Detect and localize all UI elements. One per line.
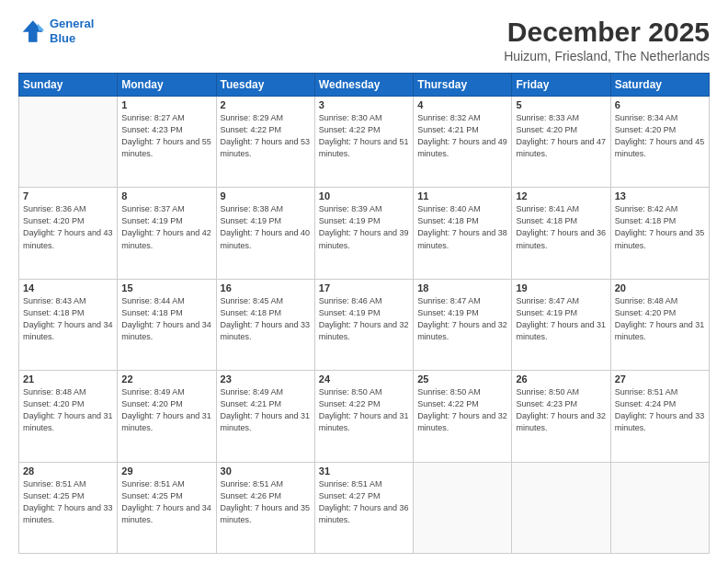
calendar-cell-w1d3: 2Sunrise: 8:29 AMSunset: 4:22 PMDaylight… [216,97,314,188]
calendar-table: Sunday Monday Tuesday Wednesday Thursday… [18,73,710,554]
day-number: 15 [121,282,211,293]
calendar-cell-w1d6: 5Sunrise: 8:33 AMSunset: 4:20 PMDaylight… [512,97,610,188]
calendar-cell-w5d4: 31Sunrise: 8:51 AMSunset: 4:27 PMDayligh… [314,462,413,553]
calendar-cell-w3d2: 15Sunrise: 8:44 AMSunset: 4:18 PMDayligh… [118,279,216,370]
cell-info: Sunrise: 8:47 AMSunset: 4:19 PMDaylight:… [417,295,507,343]
calendar-cell-w2d7: 13Sunrise: 8:42 AMSunset: 4:18 PMDayligh… [610,188,709,279]
day-number: 14 [23,282,113,293]
calendar-cell-w5d5 [414,462,512,553]
page: General Blue December 2025 Huizum, Fries… [0,0,728,563]
calendar-cell-w5d6 [512,462,610,553]
day-number: 10 [319,190,409,201]
calendar-cell-w1d1 [19,97,118,188]
calendar-cell-w4d3: 23Sunrise: 8:49 AMSunset: 4:21 PMDayligh… [216,371,314,462]
day-number: 20 [615,282,705,293]
calendar-cell-w2d3: 9Sunrise: 8:38 AMSunset: 4:19 PMDaylight… [216,188,314,279]
cell-info: Sunrise: 8:33 AMSunset: 4:20 PMDaylight:… [516,112,606,160]
svg-marker-0 [23,20,43,42]
cell-info: Sunrise: 8:29 AMSunset: 4:22 PMDaylight:… [221,112,311,160]
cell-info: Sunrise: 8:41 AMSunset: 4:18 PMDaylight:… [516,203,606,251]
calendar-header-row: Sunday Monday Tuesday Wednesday Thursday… [19,74,710,97]
calendar-cell-w5d7 [610,462,709,553]
col-wednesday: Wednesday [314,74,413,97]
cell-info: Sunrise: 8:48 AMSunset: 4:20 PMDaylight:… [23,386,113,434]
day-number: 31 [319,465,409,477]
col-thursday: Thursday [414,74,512,97]
cell-info: Sunrise: 8:51 AMSunset: 4:27 PMDaylight:… [319,478,409,526]
calendar-week-5: 28Sunrise: 8:51 AMSunset: 4:25 PMDayligh… [19,462,710,553]
calendar-cell-w2d6: 12Sunrise: 8:41 AMSunset: 4:18 PMDayligh… [512,188,610,279]
cell-info: Sunrise: 8:49 AMSunset: 4:21 PMDaylight:… [221,386,311,434]
day-number: 17 [319,282,409,293]
cell-info: Sunrise: 8:36 AMSunset: 4:20 PMDaylight:… [23,203,113,251]
day-number: 27 [615,373,705,385]
cell-info: Sunrise: 8:38 AMSunset: 4:19 PMDaylight:… [221,203,311,251]
calendar-cell-w3d3: 16Sunrise: 8:45 AMSunset: 4:18 PMDayligh… [216,279,314,370]
calendar-cell-w3d7: 20Sunrise: 8:48 AMSunset: 4:20 PMDayligh… [610,279,709,370]
cell-info: Sunrise: 8:44 AMSunset: 4:18 PMDaylight:… [121,295,211,343]
cell-info: Sunrise: 8:34 AMSunset: 4:20 PMDaylight:… [615,112,705,160]
calendar-week-3: 14Sunrise: 8:43 AMSunset: 4:18 PMDayligh… [19,279,710,370]
logo: General Blue [18,17,94,45]
calendar-cell-w1d4: 3Sunrise: 8:30 AMSunset: 4:22 PMDaylight… [314,97,413,188]
day-number: 7 [23,190,113,201]
day-number: 28 [23,465,113,477]
day-number: 29 [121,465,211,477]
day-number: 18 [417,282,507,293]
calendar-cell-w1d7: 6Sunrise: 8:34 AMSunset: 4:20 PMDaylight… [610,97,709,188]
cell-info: Sunrise: 8:43 AMSunset: 4:18 PMDaylight:… [23,295,113,343]
day-number: 8 [121,190,211,201]
day-number: 21 [23,373,113,385]
cell-info: Sunrise: 8:40 AMSunset: 4:18 PMDaylight:… [417,203,507,251]
calendar-cell-w2d1: 7Sunrise: 8:36 AMSunset: 4:20 PMDaylight… [19,188,118,279]
col-sunday: Sunday [19,74,118,97]
col-saturday: Saturday [610,74,709,97]
calendar-cell-w3d4: 17Sunrise: 8:46 AMSunset: 4:19 PMDayligh… [314,279,413,370]
day-number: 30 [221,465,311,477]
calendar-cell-w3d1: 14Sunrise: 8:43 AMSunset: 4:18 PMDayligh… [19,279,118,370]
calendar-week-1: 1Sunrise: 8:27 AMSunset: 4:23 PMDaylight… [19,97,710,188]
calendar-cell-w5d3: 30Sunrise: 8:51 AMSunset: 4:26 PMDayligh… [216,462,314,553]
day-number: 12 [516,190,606,201]
calendar-cell-w4d4: 24Sunrise: 8:50 AMSunset: 4:22 PMDayligh… [314,371,413,462]
logo-line2: Blue [50,31,75,45]
calendar-cell-w4d6: 26Sunrise: 8:50 AMSunset: 4:23 PMDayligh… [512,371,610,462]
cell-info: Sunrise: 8:30 AMSunset: 4:22 PMDaylight:… [319,112,409,160]
day-number: 6 [615,99,705,110]
cell-info: Sunrise: 8:50 AMSunset: 4:22 PMDaylight:… [319,386,409,434]
subtitle: Huizum, Friesland, The Netherlands [504,49,710,63]
cell-info: Sunrise: 8:51 AMSunset: 4:26 PMDaylight:… [221,478,311,526]
day-number: 13 [615,190,705,201]
col-friday: Friday [512,74,610,97]
cell-info: Sunrise: 8:47 AMSunset: 4:19 PMDaylight:… [516,295,606,343]
calendar-week-2: 7Sunrise: 8:36 AMSunset: 4:20 PMDaylight… [19,188,710,279]
cell-info: Sunrise: 8:51 AMSunset: 4:25 PMDaylight:… [23,478,113,526]
cell-info: Sunrise: 8:49 AMSunset: 4:20 PMDaylight:… [121,386,211,434]
calendar-cell-w3d5: 18Sunrise: 8:47 AMSunset: 4:19 PMDayligh… [414,279,512,370]
cell-info: Sunrise: 8:45 AMSunset: 4:18 PMDaylight:… [221,295,311,343]
day-number: 24 [319,373,409,385]
calendar-cell-w5d2: 29Sunrise: 8:51 AMSunset: 4:25 PMDayligh… [118,462,216,553]
calendar-cell-w4d2: 22Sunrise: 8:49 AMSunset: 4:20 PMDayligh… [118,371,216,462]
calendar-cell-w1d5: 4Sunrise: 8:32 AMSunset: 4:21 PMDaylight… [414,97,512,188]
day-number: 3 [319,99,409,110]
day-number: 19 [516,282,606,293]
logo-icon [18,17,46,45]
day-number: 2 [221,99,311,110]
day-number: 26 [516,373,606,385]
day-number: 23 [221,373,311,385]
calendar-cell-w1d2: 1Sunrise: 8:27 AMSunset: 4:23 PMDaylight… [118,97,216,188]
title-block: December 2025 Huizum, Friesland, The Net… [504,17,710,63]
header: General Blue December 2025 Huizum, Fries… [18,17,710,63]
calendar-cell-w4d1: 21Sunrise: 8:48 AMSunset: 4:20 PMDayligh… [19,371,118,462]
calendar-week-4: 21Sunrise: 8:48 AMSunset: 4:20 PMDayligh… [19,371,710,462]
cell-info: Sunrise: 8:27 AMSunset: 4:23 PMDaylight:… [121,112,211,160]
calendar-cell-w2d2: 8Sunrise: 8:37 AMSunset: 4:19 PMDaylight… [118,188,216,279]
calendar-cell-w5d1: 28Sunrise: 8:51 AMSunset: 4:25 PMDayligh… [19,462,118,553]
day-number: 16 [221,282,311,293]
cell-info: Sunrise: 8:37 AMSunset: 4:19 PMDaylight:… [121,203,211,251]
logo-text: General Blue [50,17,94,45]
calendar-cell-w3d6: 19Sunrise: 8:47 AMSunset: 4:19 PMDayligh… [512,279,610,370]
cell-info: Sunrise: 8:42 AMSunset: 4:18 PMDaylight:… [615,203,705,251]
cell-info: Sunrise: 8:51 AMSunset: 4:24 PMDaylight:… [615,386,705,434]
